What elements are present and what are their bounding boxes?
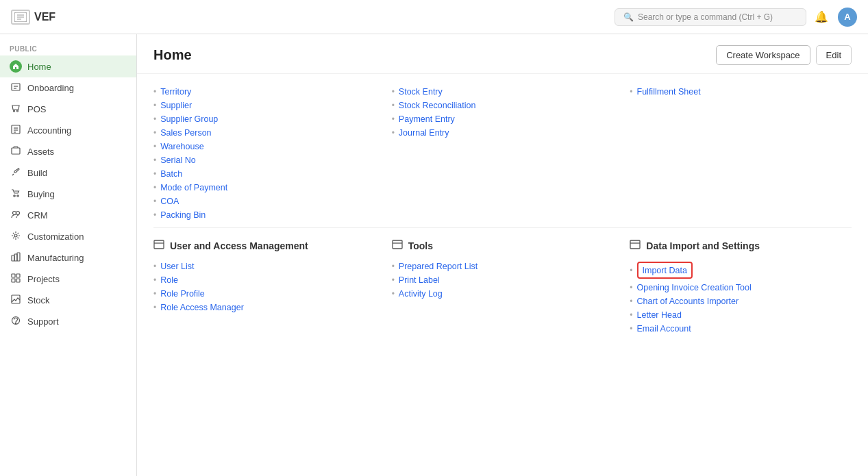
content-area: Territory Supplier Supplier Group Sales … bbox=[137, 74, 868, 363]
sidebar-item-pos[interactable]: POS bbox=[0, 99, 136, 120]
logo-text: VEF bbox=[34, 11, 55, 23]
sidebar-item-label-home: Home bbox=[27, 62, 51, 72]
sidebar-item-build[interactable]: Build bbox=[0, 162, 136, 184]
sidebar-item-onboarding[interactable]: Onboarding bbox=[0, 77, 136, 99]
import-data-highlight: Import Data bbox=[637, 262, 693, 279]
svg-rect-23 bbox=[16, 274, 20, 277]
import-data-link[interactable]: Import Data bbox=[643, 266, 687, 275]
coa-link[interactable]: COA bbox=[160, 197, 179, 206]
user-list-link[interactable]: User List bbox=[160, 262, 194, 271]
bell-icon[interactable]: 🔔 bbox=[815, 10, 828, 23]
onboarding-icon bbox=[10, 82, 22, 94]
payment-entry-link[interactable]: Payment Entry bbox=[399, 114, 455, 124]
list-item: Mode of Payment bbox=[153, 181, 375, 195]
sidebar-item-label-manufacturing: Manufacturing bbox=[27, 253, 84, 263]
list-item: Role bbox=[153, 273, 375, 287]
email-account-link[interactable]: Email Account bbox=[637, 324, 691, 334]
chart-accounts-importer-link[interactable]: Chart of Accounts Importer bbox=[637, 297, 739, 306]
letter-head-link[interactable]: Letter Head bbox=[637, 310, 682, 320]
topbar: VEF 🔍 Search or type a command (Ctrl + G… bbox=[0, 0, 868, 34]
svg-rect-22 bbox=[12, 274, 15, 277]
sidebar-item-label-support: Support bbox=[27, 316, 59, 327]
prepared-report-list-link[interactable]: Prepared Report List bbox=[399, 262, 478, 271]
search-bar[interactable]: 🔍 Search or type a command (Ctrl + G) bbox=[615, 8, 806, 26]
logo-icon bbox=[11, 10, 30, 25]
supplier-group-link[interactable]: Supplier Group bbox=[160, 114, 218, 124]
list-item: User List bbox=[153, 260, 375, 273]
warehouse-link[interactable]: Warehouse bbox=[160, 142, 203, 151]
stock-reconciliation-link[interactable]: Stock Reconciliation bbox=[399, 101, 476, 110]
sidebar-item-label-onboarding: Onboarding bbox=[27, 83, 74, 93]
sidebar-item-customization[interactable]: Customization bbox=[0, 226, 136, 247]
svg-point-7 bbox=[14, 110, 15, 112]
user-access-section: User and Access Management User List Rol… bbox=[153, 239, 375, 336]
activity-log-link[interactable]: Activity Log bbox=[399, 289, 443, 299]
list-item: Stock Reconciliation bbox=[392, 99, 614, 112]
top-links-col2: Stock Entry Stock Reconciliation Payment… bbox=[392, 85, 614, 222]
opening-invoice-link[interactable]: Opening Invoice Creation Tool bbox=[637, 283, 752, 292]
tools-header: Tools bbox=[392, 239, 614, 253]
packing-bin-link[interactable]: Packing Bin bbox=[160, 210, 206, 220]
data-import-title: Data Import and Settings bbox=[646, 240, 760, 251]
user-access-title: User and Access Management bbox=[170, 240, 308, 251]
role-profile-link[interactable]: Role Profile bbox=[160, 289, 205, 299]
sidebar-item-stock[interactable]: Stock bbox=[0, 290, 136, 311]
user-access-link-list: User List Role Role Profile Role Access … bbox=[153, 260, 375, 314]
svg-rect-29 bbox=[154, 240, 164, 249]
sidebar-item-label-crm: CRM bbox=[27, 210, 48, 221]
batch-link[interactable]: Batch bbox=[160, 169, 182, 179]
sidebar-item-crm[interactable]: CRM bbox=[0, 205, 136, 226]
page-body: PUBLIC Home Onboarding POS bbox=[0, 34, 868, 476]
mode-of-payment-link[interactable]: Mode of Payment bbox=[160, 183, 227, 192]
header-actions: Create Workspace Edit bbox=[716, 45, 852, 65]
svg-point-28 bbox=[15, 323, 16, 323]
sidebar-item-support[interactable]: Support bbox=[0, 311, 136, 332]
sidebar-item-accounting[interactable]: Accounting bbox=[0, 120, 136, 141]
col1-link-list: Territory Supplier Supplier Group Sales … bbox=[153, 85, 375, 222]
print-label-link[interactable]: Print Label bbox=[399, 275, 440, 285]
customization-icon bbox=[10, 231, 22, 242]
sidebar-section-label: PUBLIC bbox=[0, 40, 136, 55]
avatar[interactable]: A bbox=[838, 8, 857, 27]
list-item: Activity Log bbox=[392, 287, 614, 301]
user-access-header: User and Access Management bbox=[153, 239, 375, 253]
sidebar-item-label-customization: Customization bbox=[27, 231, 84, 242]
sidebar-item-label-assets: Assets bbox=[27, 147, 54, 157]
role-access-manager-link[interactable]: Role Access Manager bbox=[160, 303, 244, 312]
supplier-link[interactable]: Supplier bbox=[160, 101, 192, 110]
sidebar-item-label-projects: Projects bbox=[27, 274, 60, 284]
svg-point-16 bbox=[13, 212, 16, 215]
list-item: Serial No bbox=[153, 153, 375, 167]
list-item: Import Data bbox=[630, 260, 852, 281]
main-header: Home Create Workspace Edit bbox=[137, 34, 868, 74]
list-item: Journal Entry bbox=[392, 126, 614, 140]
list-item: Sales Person bbox=[153, 126, 375, 140]
journal-entry-link[interactable]: Journal Entry bbox=[399, 128, 449, 138]
page-title: Home bbox=[153, 47, 192, 63]
col2-link-list: Stock Entry Stock Reconciliation Payment… bbox=[392, 85, 614, 140]
svg-point-18 bbox=[14, 234, 17, 237]
sidebar-item-buying[interactable]: Buying bbox=[0, 184, 136, 205]
list-item: COA bbox=[153, 195, 375, 208]
edit-button[interactable]: Edit bbox=[816, 45, 852, 65]
data-import-header: Data Import and Settings bbox=[630, 239, 852, 253]
stock-entry-link[interactable]: Stock Entry bbox=[399, 87, 443, 97]
svg-point-17 bbox=[16, 212, 20, 215]
list-item: Letter Head bbox=[630, 308, 852, 322]
sidebar-item-projects[interactable]: Projects bbox=[0, 268, 136, 290]
home-icon bbox=[10, 60, 22, 73]
create-workspace-button[interactable]: Create Workspace bbox=[716, 45, 810, 65]
fulfillment-sheet-link[interactable]: Fulfillment Sheet bbox=[637, 87, 701, 97]
projects-icon bbox=[10, 273, 22, 285]
data-import-icon bbox=[630, 239, 641, 253]
sidebar-item-manufacturing[interactable]: Manufacturing bbox=[0, 247, 136, 268]
sales-person-link[interactable]: Sales Person bbox=[160, 128, 211, 138]
assets-icon bbox=[10, 146, 22, 158]
sidebar-item-label-buying: Buying bbox=[27, 189, 55, 199]
sidebar-item-home[interactable]: Home bbox=[0, 55, 136, 77]
list-item: Territory bbox=[153, 85, 375, 99]
sidebar-item-assets[interactable]: Assets bbox=[0, 141, 136, 162]
role-link[interactable]: Role bbox=[160, 275, 178, 285]
serial-no-link[interactable]: Serial No bbox=[160, 155, 195, 165]
territory-link[interactable]: Territory bbox=[160, 87, 191, 97]
